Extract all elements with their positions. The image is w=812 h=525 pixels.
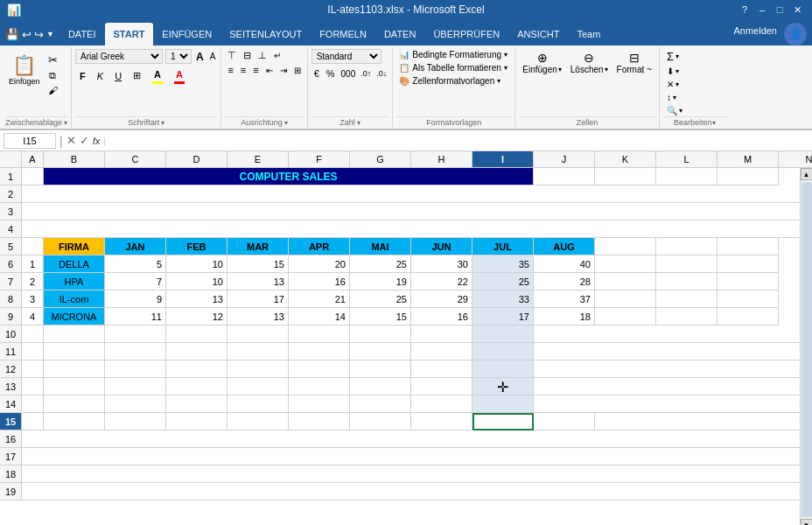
cell-M5[interactable] <box>718 238 779 256</box>
cell-A6[interactable]: 1 <box>22 256 44 273</box>
col-header-K[interactable]: K <box>595 151 656 167</box>
align-top-btn[interactable]: ⊤ <box>225 49 239 62</box>
indent-increase-btn[interactable]: ⇥ <box>277 64 290 76</box>
number-format-select[interactable]: Standard <box>312 49 382 64</box>
cell-A5[interactable] <box>22 238 44 256</box>
row-header-6[interactable]: 6 <box>0 256 22 273</box>
cell-B6[interactable]: DELLA <box>44 256 105 273</box>
merge-cells-btn[interactable]: ⊞ <box>291 64 304 76</box>
cell-E9[interactable]: 13 <box>228 308 289 326</box>
cell-L7[interactable] <box>656 273 718 290</box>
cell-I7[interactable]: 25 <box>472 273 534 290</box>
save-qat-btn[interactable]: 💾 <box>5 28 19 41</box>
cell-C8[interactable]: 9 <box>105 290 166 308</box>
cell-A1[interactable] <box>22 168 44 186</box>
cell-J7[interactable]: 28 <box>534 273 595 290</box>
align-center-btn[interactable]: ≡ <box>238 64 248 76</box>
cell-E7[interactable]: 13 <box>228 273 289 290</box>
cell-H5-jun[interactable]: JUN <box>411 238 472 256</box>
font-name-select[interactable]: Arial Greek <box>75 49 163 64</box>
cell-E5-mar[interactable]: MAR <box>228 238 289 256</box>
cell-J5-aug[interactable]: AUG <box>534 238 595 256</box>
tab-ueberprufen[interactable]: ÜBERPRÜFEN <box>424 23 508 46</box>
inc-decimal-btn[interactable]: .0↑ <box>359 68 373 79</box>
cell-J6[interactable]: 40 <box>534 256 595 273</box>
tab-datei[interactable]: DATEI <box>60 23 105 46</box>
tab-daten[interactable]: DATEN <box>375 23 424 46</box>
wrap-text-btn[interactable]: ↵ <box>271 49 284 62</box>
cell-reference-input[interactable] <box>4 133 56 149</box>
font-color-btn[interactable]: A <box>170 66 189 86</box>
cell-K8[interactable] <box>595 290 656 308</box>
cell-I8[interactable]: 33 <box>472 290 534 308</box>
decrease-font-btn[interactable]: A <box>208 52 218 61</box>
cell-J1[interactable] <box>534 168 595 186</box>
table-format-btn[interactable]: 📋Als Tabelle formatieren▾ <box>396 62 511 74</box>
confirm-formula-btn[interactable]: ✓ <box>80 134 89 147</box>
cell-C6[interactable]: 5 <box>105 256 166 273</box>
col-header-L[interactable]: L <box>656 151 718 167</box>
currency-btn[interactable]: € <box>312 67 322 80</box>
thousands-btn[interactable]: 000 <box>340 68 358 80</box>
cell-D6[interactable]: 10 <box>166 256 228 273</box>
cell-G8[interactable]: 25 <box>350 290 411 308</box>
cell-G5-mai[interactable]: MAI <box>350 238 411 256</box>
tab-seitenlayout[interactable]: SEITENLAYOUT <box>220 23 311 46</box>
qat-custom-btn[interactable]: ▼ <box>46 30 54 38</box>
cell-B9[interactable]: MICRONA <box>44 308 105 326</box>
align-left-btn[interactable]: ≡ <box>225 64 235 76</box>
delete-cells-btn[interactable]: ⊖ Löschen▾ <box>567 49 612 76</box>
cell-L6[interactable] <box>656 256 718 273</box>
cancel-formula-btn[interactable]: ✕ <box>66 134 76 147</box>
cell-I9[interactable]: 17 <box>472 308 534 326</box>
bold-btn[interactable]: F <box>75 69 90 83</box>
cell-K1[interactable] <box>595 168 656 186</box>
row-header-7[interactable]: 7 <box>0 273 22 290</box>
cell-K5[interactable] <box>595 238 656 256</box>
login-btn[interactable]: Anmelden <box>726 19 784 46</box>
conditional-formatting-btn[interactable]: 📊Bedingte Formatierung▾ <box>396 49 511 60</box>
minimize-btn[interactable]: – <box>754 2 770 18</box>
cell-A8[interactable]: 3 <box>22 290 44 308</box>
cell-B7[interactable]: HPA <box>44 273 105 290</box>
fill-btn[interactable]: ⬇▾ <box>663 66 726 77</box>
cell-A9[interactable]: 4 <box>22 308 44 326</box>
cell-H6[interactable]: 30 <box>411 256 472 273</box>
col-header-H[interactable]: H <box>411 151 472 167</box>
cell-L9[interactable] <box>656 308 718 326</box>
cell-I6[interactable]: 35 <box>472 256 534 273</box>
cell-B5-firma[interactable]: FIRMA <box>44 238 105 256</box>
row-header-5[interactable]: 5 <box>0 238 22 256</box>
underline-btn[interactable]: U <box>110 69 126 83</box>
tab-team[interactable]: Team <box>568 23 609 46</box>
cell-M6[interactable] <box>718 256 779 273</box>
maximize-btn[interactable]: □ <box>772 2 788 18</box>
cell-H7[interactable]: 22 <box>411 273 472 290</box>
cut-btn[interactable]: ✂ <box>46 52 60 67</box>
font-size-select[interactable]: 10 <box>165 49 192 64</box>
col-header-A[interactable]: A <box>22 151 44 167</box>
row-header-8[interactable]: 8 <box>0 290 22 308</box>
italic-btn[interactable]: K <box>93 69 108 83</box>
cell-C9[interactable]: 11 <box>105 308 166 326</box>
cell-G7[interactable]: 19 <box>350 273 411 290</box>
col-header-F[interactable]: F <box>289 151 350 167</box>
col-header-E[interactable]: E <box>228 151 289 167</box>
cell-C5-jan[interactable]: JAN <box>105 238 166 256</box>
cell-H9[interactable]: 16 <box>411 308 472 326</box>
cell-J9[interactable]: 18 <box>534 308 595 326</box>
cell-B8[interactable]: IL-com <box>44 290 105 308</box>
cell-styles-btn[interactable]: 🎨Zellenformatvorlagen▾ <box>396 75 511 87</box>
row-header-2[interactable]: 2 <box>0 186 22 203</box>
cell-G6[interactable]: 25 <box>350 256 411 273</box>
col-header-G[interactable]: G <box>350 151 411 167</box>
format-cells-btn[interactable]: ⊟ Format ~ <box>613 49 655 76</box>
find-btn[interactable]: 🔍▾ <box>663 105 726 116</box>
format-painter-btn[interactable]: 🖌 <box>46 84 60 96</box>
align-bottom-btn[interactable]: ⊥ <box>256 49 270 62</box>
tab-einfuegen[interactable]: EINFÜGEN <box>153 23 220 46</box>
formula-input[interactable] <box>109 134 808 148</box>
indent-decrease-btn[interactable]: ⇤ <box>263 64 276 76</box>
cell-D9[interactable]: 12 <box>166 308 228 326</box>
tab-formeln[interactable]: FORMELN <box>311 23 375 46</box>
